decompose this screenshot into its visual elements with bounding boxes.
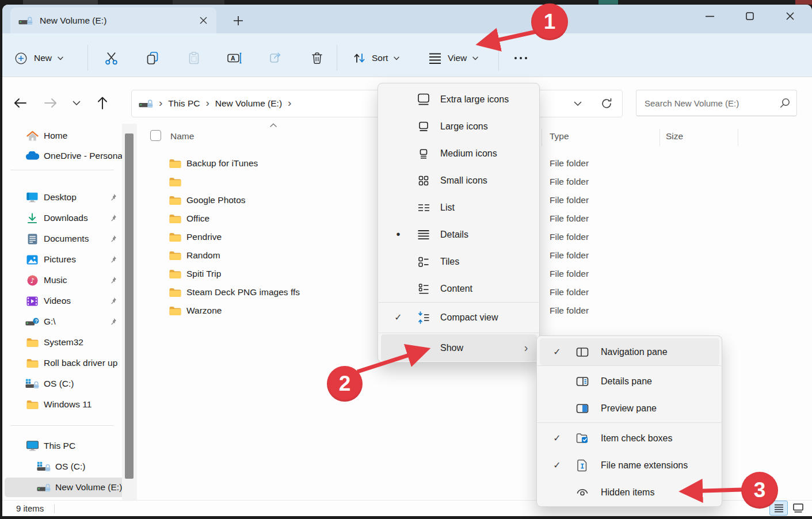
- sidebar-item-pictures[interactable]: Pictures: [5, 250, 137, 269]
- address-dropdown-icon[interactable]: [574, 101, 582, 106]
- file-type: File folder: [550, 177, 589, 187]
- sidebar-item-desktop[interactable]: Desktop: [5, 188, 137, 207]
- minimize-button[interactable]: [697, 6, 722, 26]
- sidebar-item-roll-back-driver[interactable]: Roll back driver up: [5, 353, 137, 373]
- small-icons-icon: [414, 167, 433, 194]
- rename-icon: A: [227, 51, 242, 65]
- search-box[interactable]: [636, 90, 797, 116]
- submenu-item-file-name-extensions[interactable]: ✓ File name extensions: [540, 452, 719, 479]
- column-divider[interactable]: [659, 129, 660, 146]
- menu-item-large-icons[interactable]: Large icons: [381, 113, 537, 140]
- select-all-checkbox[interactable]: [150, 130, 161, 141]
- selected-radio-bullet: •: [391, 221, 405, 248]
- submenu-item-label: Hidden items: [601, 479, 654, 506]
- column-divider[interactable]: [738, 129, 738, 146]
- sidebar-item-new-volume-e[interactable]: New Volume (E:): [5, 478, 137, 497]
- menu-item-compact-view[interactable]: ✓ Compact view: [381, 304, 537, 331]
- sidebar-item-windows-11[interactable]: Windows 11: [5, 395, 137, 414]
- view-button[interactable]: View: [428, 48, 488, 68]
- large-icons-view-toggle[interactable]: [789, 501, 807, 516]
- sort-icon: [352, 51, 367, 65]
- search-icon: [780, 98, 790, 108]
- menu-item-tiles[interactable]: Tiles: [381, 248, 537, 275]
- sidebar-item-this-pc[interactable]: This PC: [5, 436, 137, 456]
- sidebar-item-music[interactable]: ♪ Music: [5, 270, 137, 290]
- column-header-type[interactable]: Type: [550, 131, 569, 142]
- up-button[interactable]: [92, 92, 113, 114]
- drive-icon: [37, 482, 51, 493]
- cut-button[interactable]: [101, 48, 121, 68]
- file-name: Pendrive: [186, 232, 222, 242]
- submenu-item-hidden-items[interactable]: Hidden items: [540, 479, 719, 506]
- rename-button[interactable]: A: [224, 48, 245, 68]
- folder-icon: [169, 306, 181, 316]
- sidebar-scrollbar[interactable]: [122, 124, 137, 503]
- paste-button[interactable]: [184, 48, 204, 68]
- menu-item-label: Large icons: [440, 113, 488, 140]
- delete-button[interactable]: [307, 48, 327, 68]
- file-name: Random: [186, 250, 220, 261]
- folder-icon: [25, 358, 39, 368]
- checkmark-icon: ✓: [391, 304, 405, 331]
- scrollbar-thumb[interactable]: [125, 133, 134, 479]
- new-button[interactable]: New: [15, 48, 77, 68]
- submenu-item-item-check-boxes[interactable]: ✓ Item check boxes: [540, 425, 719, 452]
- maximize-button[interactable]: [737, 6, 763, 26]
- menu-item-list[interactable]: List: [381, 194, 537, 221]
- desktop-background: [23, 0, 98, 5]
- copy-button[interactable]: [142, 48, 163, 68]
- checkmark-icon: ✓: [550, 425, 564, 452]
- column-divider[interactable]: [542, 129, 542, 146]
- sidebar-item-documents[interactable]: Documents: [5, 229, 137, 249]
- tab-close-icon[interactable]: [200, 17, 207, 24]
- forward-button[interactable]: [40, 92, 62, 114]
- breadcrumb-new-volume[interactable]: New Volume (E:): [215, 98, 282, 109]
- sidebar-item-system32[interactable]: System32: [5, 333, 137, 352]
- desktop-background: [173, 0, 224, 5]
- new-tab-button[interactable]: [233, 16, 243, 26]
- svg-text:?: ?: [35, 318, 37, 323]
- menu-item-label: Small icons: [440, 167, 487, 194]
- explorer-tab[interactable]: New Volume (E:): [10, 7, 216, 33]
- share-button[interactable]: [265, 48, 286, 68]
- submenu-item-details-pane[interactable]: Details pane: [540, 368, 719, 395]
- sidebar-item-os-c[interactable]: OS (C:): [5, 374, 137, 394]
- details-icon: [414, 221, 433, 248]
- menu-item-show[interactable]: Show ›: [381, 334, 537, 361]
- sort-button[interactable]: Sort: [352, 48, 410, 68]
- sidebar-item-videos[interactable]: Videos: [5, 291, 137, 311]
- drive-question-icon: ?: [25, 316, 39, 327]
- menu-item-content[interactable]: Content: [381, 275, 537, 302]
- tiles-icon: [414, 248, 433, 275]
- column-header-name[interactable]: Name: [170, 131, 194, 142]
- submenu-item-preview-pane[interactable]: Preview pane: [540, 395, 719, 422]
- desktop-background: [598, 0, 618, 5]
- menu-item-extra-large-icons[interactable]: Extra large icons: [381, 86, 537, 113]
- column-header-size[interactable]: Size: [666, 131, 683, 142]
- sidebar-item-home[interactable]: Home: [5, 126, 137, 146]
- address-bar[interactable]: › This PC › New Volume (E:) ›: [131, 90, 623, 117]
- more-options-button[interactable]: [510, 48, 531, 68]
- close-button[interactable]: [777, 6, 803, 26]
- submenu-item-label: File name extensions: [601, 452, 688, 479]
- annotation-badge-3: 3: [741, 472, 778, 509]
- menu-item-medium-icons[interactable]: Medium icons: [381, 140, 537, 167]
- sidebar-item-onedrive[interactable]: OneDrive - Personal: [5, 146, 137, 166]
- details-pane-icon: [573, 368, 592, 395]
- refresh-icon[interactable]: [601, 98, 612, 109]
- sidebar-item-g-drive[interactable]: ? G:\: [5, 312, 137, 331]
- checkmark-icon: ✓: [550, 338, 564, 365]
- breadcrumb-this-pc[interactable]: This PC: [168, 98, 200, 109]
- menu-item-details[interactable]: • Details: [381, 221, 537, 248]
- recent-locations-button[interactable]: [66, 92, 87, 114]
- folder-icon: [169, 288, 181, 297]
- submenu-item-label: Item check boxes: [601, 425, 673, 452]
- chevron-down-icon: [394, 56, 399, 60]
- search-input[interactable]: [636, 90, 797, 116]
- sidebar-item-os-c-drive[interactable]: OS (C:): [5, 457, 137, 476]
- sidebar-item-downloads[interactable]: Downloads: [5, 208, 137, 228]
- screen: New Volume (E:) New: [0, 0, 812, 519]
- menu-item-small-icons[interactable]: Small icons: [381, 167, 537, 194]
- submenu-item-navigation-pane[interactable]: ✓ Navigation pane: [540, 338, 719, 365]
- back-button[interactable]: [9, 92, 31, 114]
